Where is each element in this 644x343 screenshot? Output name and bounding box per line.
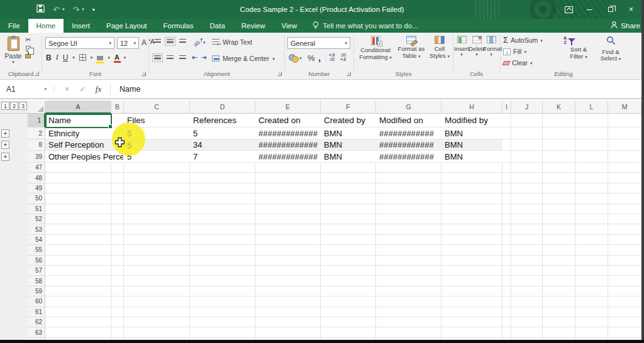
row-header-62[interactable]: 62 [28,317,45,327]
cell-plus-cursor [114,137,125,150]
gridline-horizontal [502,139,641,139]
faded-cell-value: 5 [127,128,131,139]
empty-row[interactable] [45,204,641,214]
row-header-51[interactable]: 51 [28,204,45,214]
empty-row[interactable] [45,327,641,337]
empty-row[interactable] [45,297,641,307]
faded-cell-value: 5 [127,139,131,151]
empty-row[interactable] [45,183,641,193]
select-all-button[interactable] [28,101,45,114]
empty-row[interactable] [45,256,641,266]
row-header-55[interactable]: 55 [28,245,45,255]
row-header-50[interactable]: 50 [28,193,45,204]
row-header-57[interactable]: 57 [28,266,45,276]
outline-level-1-button[interactable]: 1 [1,102,9,110]
outline-level-2-button[interactable]: 2 [10,102,18,110]
empty-row[interactable] [45,214,641,224]
empty-row[interactable] [45,286,641,297]
active-cell-selection-border [45,114,112,128]
row-header-60[interactable]: 60 [28,297,45,307]
gridline-horizontal [502,127,641,128]
header-cell-F1[interactable]: Created by [321,114,376,127]
cell-D8[interactable]: 34 [190,139,255,150]
row-header-39[interactable]: 39 [28,151,45,163]
empty-row[interactable] [45,266,641,276]
cell-H39[interactable]: BMN [441,151,502,162]
cell-G8[interactable]: ############ [376,139,441,150]
cell-H8[interactable]: BMN [441,139,502,150]
column-header-L[interactable]: L [575,101,608,114]
column-header-A[interactable]: A [45,101,111,114]
column-header-G[interactable]: G [376,101,441,114]
outline-expand-button[interactable]: + [1,141,9,149]
empty-row[interactable] [45,276,641,286]
empty-row[interactable] [45,245,641,255]
row-header-63[interactable]: 63 [28,327,45,337]
column-header-C[interactable]: C [124,101,190,114]
cell-G2[interactable]: ############ [376,128,441,139]
row-header-56[interactable]: 56 [28,256,45,266]
row-header-58[interactable]: 58 [28,276,45,286]
row-header-59[interactable]: 59 [28,286,45,297]
cell-F2[interactable]: BMN [321,128,376,139]
header-cell-G1[interactable]: Modified on [376,114,441,127]
cell-F8[interactable]: BMN [321,139,376,150]
excel-window: Codes Sample 2 - Excel (Product Activati… [0,0,644,343]
cell-H2[interactable]: BMN [441,128,502,139]
row-header-54[interactable]: 54 [28,235,45,245]
empty-row[interactable] [45,317,641,327]
header-cell-H1[interactable]: Modified by [441,114,502,127]
cell-D2[interactable]: 5 [190,128,255,139]
row-header-48[interactable]: 48 [28,173,45,183]
empty-row[interactable] [45,224,641,234]
row-header-1[interactable]: 1 [28,114,45,128]
column-header-J[interactable]: J [511,101,543,114]
empty-row[interactable] [45,163,641,173]
column-header-H[interactable]: H [441,101,502,114]
bottom-letterbox-strip [0,340,644,343]
column-header-B[interactable]: B [111,101,124,114]
header-cell-D1[interactable]: References [190,114,255,127]
outline-level-3-button[interactable]: 3 [19,102,27,110]
table-row: Other Peoples Percep57#############BMN##… [45,151,502,163]
cell-E2[interactable]: ############# [255,128,321,139]
column-header-I[interactable]: I [502,101,511,114]
right-window-edge [641,0,644,340]
cell-A39[interactable]: Other Peoples Percep [45,151,123,162]
row-header-52[interactable]: 52 [28,214,45,224]
column-header-F[interactable]: F [321,101,376,114]
worksheet-grid[interactable]: 1 2 3 ABCDEFGHIJKLMNameFilesReferencesCr… [0,0,644,340]
table-header-row: NameFilesReferencesCreated onCreated byM… [45,114,502,128]
outline-level-header: 1 2 3 [0,101,28,114]
column-header-E[interactable]: E [255,101,321,114]
header-cell-E1[interactable]: Created on [255,114,321,127]
cell-E8[interactable]: ############# [255,139,321,150]
column-header-D[interactable]: D [190,101,255,114]
column-header-M[interactable]: M [608,101,641,114]
empty-row[interactable] [45,173,641,183]
row-header-49[interactable]: 49 [28,183,45,193]
gridline-horizontal [502,150,641,151]
cell-G39[interactable]: ############ [376,151,441,162]
cell-E39[interactable]: ############# [255,151,321,162]
outline-expand-button[interactable]: + [1,129,9,138]
empty-row[interactable] [45,193,641,204]
empty-row[interactable] [45,307,641,317]
select-all-triangle-icon [38,106,43,112]
cell-D39[interactable]: 7 [190,151,255,162]
outline-expand-button[interactable]: + [1,153,9,161]
row-header-61[interactable]: 61 [28,307,45,317]
row-header-2[interactable]: 2 [28,128,45,139]
row-header-53[interactable]: 53 [28,224,45,234]
empty-row[interactable] [45,235,641,245]
row-header-8[interactable]: 8 [28,139,45,151]
column-header-K[interactable]: K [543,101,575,114]
cell-F39[interactable]: BMN [321,151,376,162]
row-header-47[interactable]: 47 [28,163,45,173]
